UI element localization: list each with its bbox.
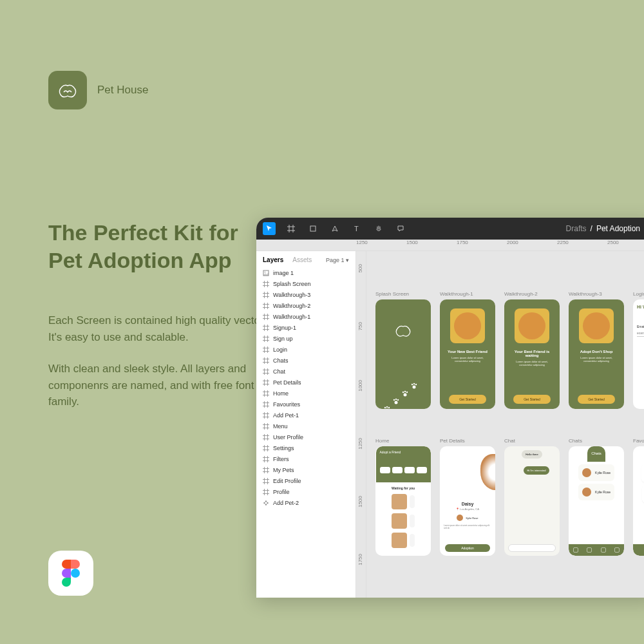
frame-icon: [263, 357, 269, 364]
frame-label: Pet Details: [440, 438, 495, 444]
body-p2: With clean and sleek style. All layers a…: [48, 361, 267, 410]
layer-item[interactable]: Add Pet-1: [263, 411, 349, 420]
layer-item[interactable]: Walkthrough-1: [263, 312, 349, 321]
layer-item[interactable]: My Pets: [263, 466, 349, 475]
layer-item[interactable]: Signup-1: [263, 323, 349, 332]
frame-pet-details[interactable]: Pet Details Daisy 📍 Los Angeles, CA Kyli…: [440, 438, 495, 556]
frame-icon: [263, 445, 269, 451]
svg-point-96: [397, 399, 399, 401]
frame-chat[interactable]: Chat Hello there Hi I'm interested: [504, 438, 560, 556]
layer-item[interactable]: Login: [263, 345, 349, 354]
move-tool-icon[interactable]: [263, 222, 276, 235]
frame-home[interactable]: Home Adopt a Friend Waiting for you: [375, 438, 431, 556]
layer-item[interactable]: Profile: [263, 488, 349, 497]
adoption-button: Adoption: [445, 544, 490, 552]
frame-label: Chat: [504, 438, 560, 444]
frame-label: Walkthrough-2: [504, 291, 560, 297]
comment-tool-icon[interactable]: [394, 222, 407, 235]
illustration: [450, 308, 485, 343]
layer-item[interactable]: Add Pet-2: [263, 498, 349, 507]
frame-label: Home: [375, 438, 431, 444]
text-tool-icon[interactable]: T: [350, 222, 363, 235]
layer-label: Edit Profile: [273, 478, 301, 484]
layer-item[interactable]: Walkthrough-2: [263, 301, 349, 310]
figma-window: T Drafts / Pet Adoption 1250150017502000…: [256, 218, 644, 598]
frame-login[interactable]: Login Hi Welcome Back Email exampleemail…: [633, 291, 644, 409]
layer-item[interactable]: Sign up: [263, 334, 349, 343]
figma-toolbar: T Drafts / Pet Adoption: [256, 218, 644, 240]
frame-favourites[interactable]: Favourites Favorites Bella Max: [633, 438, 644, 556]
frame-walkthrough-1[interactable]: Walkthrough-1 Your New Best Friend Lorem…: [440, 291, 495, 409]
image-icon: [263, 270, 269, 276]
layer-item[interactable]: Pet Details: [263, 378, 349, 387]
tab-assets[interactable]: Assets: [292, 256, 312, 263]
body-p1: Each Screen is contained high quality ve…: [48, 312, 267, 345]
ruler-tick: 1750: [457, 240, 507, 251]
layer-item[interactable]: Chat: [263, 367, 349, 376]
frame-label: Login: [633, 291, 644, 297]
page-selector[interactable]: Page 1 ▾: [326, 257, 349, 263]
pen-tool-icon[interactable]: [328, 222, 341, 235]
svg-point-101: [413, 386, 416, 389]
layer-item[interactable]: Menu: [263, 422, 349, 431]
svg-point-91: [386, 406, 388, 408]
svg-point-99: [404, 391, 406, 392]
chat-row: Kylie Rose: [578, 484, 614, 500]
svg-point-94: [393, 399, 395, 401]
ruler-tick: 2000: [507, 240, 557, 251]
walkthrough-title: Your Best Friend is waiting: [504, 350, 560, 357]
breadcrumb-parent: Drafts: [566, 224, 587, 233]
pet-description: Lorem ipsum dolor sit amet consectetur a…: [440, 525, 495, 530]
layer-item[interactable]: Chats: [263, 356, 349, 365]
svg-point-8: [265, 272, 266, 273]
svg-point-97: [404, 393, 407, 397]
hand-tool-icon[interactable]: [372, 222, 385, 235]
figma-breadcrumb[interactable]: Drafts / Pet Adoption: [566, 224, 644, 233]
ruler-tick: 500: [357, 264, 363, 272]
layer-item[interactable]: Favourites: [263, 400, 349, 409]
layer-label: Filters: [273, 456, 289, 462]
layer-item[interactable]: Home: [263, 389, 349, 398]
frame-walkthrough-3[interactable]: Walkthrough-3 Adopt Don't Shop Lorem ips…: [569, 291, 624, 409]
ruler-tick: 750: [357, 322, 363, 330]
tab-layers[interactable]: Layers: [263, 256, 283, 263]
ruler-tick: 1000: [357, 380, 363, 392]
svg-text:T: T: [354, 225, 359, 232]
frame-label: Splash Screen: [375, 291, 431, 297]
frame-icon: [263, 434, 269, 440]
svg-point-102: [412, 384, 413, 385]
layers-panel: Layers Assets Page 1 ▾ image 1Splash Scr…: [256, 251, 356, 598]
svg-point-89: [386, 409, 389, 410]
layer-item[interactable]: Edit Profile: [263, 477, 349, 486]
frame-icon: [263, 467, 269, 473]
layer-label: Walkthrough-3: [273, 292, 310, 298]
layer-item[interactable]: User Profile: [263, 433, 349, 442]
layer-label: Add Pet-2: [273, 500, 299, 506]
frame-icon: [263, 478, 269, 484]
owner-avatar: [457, 515, 463, 521]
ruler-tick: 1250: [356, 240, 406, 251]
frame-label: Chats: [569, 438, 624, 444]
pet-card: [392, 533, 415, 548]
fav-row: Bella: [641, 464, 644, 482]
ruler-tick: 2250: [557, 240, 607, 251]
frame-splash[interactable]: Splash Screen: [375, 291, 431, 409]
breadcrumb-title: Pet Adoption: [596, 224, 640, 233]
frame-walkthrough-2[interactable]: Walkthrough-2 Your Best Friend is waitin…: [504, 291, 560, 409]
figma-logo-badge: [48, 551, 93, 596]
walkthrough-subtitle: Lorem ipsum dolor sit amet, consectetur …: [504, 360, 560, 366]
figma-canvas[interactable]: 5007501000125015001750 Splash Screen: [356, 251, 644, 598]
frame-icon: [263, 423, 269, 430]
home-header: Adopt a Friend: [376, 446, 431, 482]
layer-label: User Profile: [273, 434, 303, 440]
frame-chats[interactable]: Chats Chats Kylie Rose Kylie Rose: [569, 438, 624, 556]
frame-tool-icon[interactable]: [285, 222, 298, 235]
rectangle-tool-icon[interactable]: [307, 222, 319, 235]
layer-label: Menu: [273, 423, 288, 430]
layer-item[interactable]: Walkthrough-3: [263, 290, 349, 299]
layer-item[interactable]: image 1: [263, 269, 349, 278]
layer-item[interactable]: Splash Screen: [263, 279, 349, 289]
layer-item[interactable]: Filters: [263, 455, 349, 464]
walkthrough-title: Adopt Don't Shop: [576, 350, 617, 354]
layer-item[interactable]: Settings: [263, 444, 349, 453]
